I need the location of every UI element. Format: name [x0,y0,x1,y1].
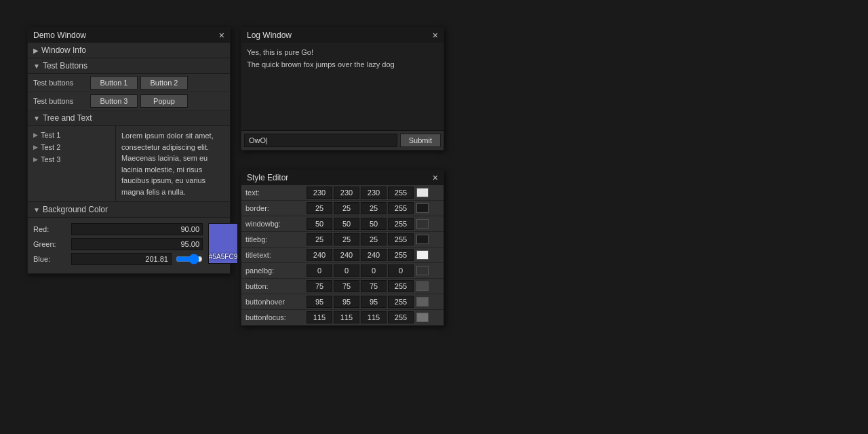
log-input-row: Submit [241,131,443,150]
test-buttons-row-1: Test buttons Button 1 Button 2 [28,74,230,92]
green-input[interactable] [71,238,203,250]
style-r-1[interactable] [307,202,332,214]
green-label: Green: [33,240,67,248]
style-label-2: windowbg: [245,220,307,228]
demo-window: Demo Window × ▶ Window Info ▼ Test Butto… [27,27,231,274]
style-row-5: panelbg: [241,263,443,279]
style-a-3[interactable] [388,233,414,245]
style-r-6[interactable] [307,280,332,292]
style-a-8[interactable] [388,311,414,323]
style-label-1: border: [245,204,307,212]
lorem-text: Lorem ipsum dolor sit amet, consectetur … [121,132,214,196]
background-color-content: Red: Green: Blue: #5A5FC9 [28,218,230,273]
style-row-8: buttonfocus: [241,310,443,326]
style-g-0[interactable] [334,186,359,199]
tree-panel: ▶ Test 1 ▶ Test 2 ▶ Test 3 [28,126,116,201]
style-g-6[interactable] [334,280,359,292]
button-2[interactable]: Button 2 [140,76,188,90]
style-label-4: titletext: [245,251,307,259]
style-r-2[interactable] [307,218,332,230]
style-swatch-6 [416,281,429,291]
button-3[interactable]: Button 3 [90,94,138,108]
tree-text-container: ▶ Test 1 ▶ Test 2 ▶ Test 3 Lorem ipsum d… [28,126,230,202]
style-g-3[interactable] [334,233,359,245]
style-a-7[interactable] [388,296,414,308]
log-window-close-button[interactable]: × [433,31,438,40]
style-b-1[interactable] [361,202,387,214]
test-buttons-label: Test Buttons [43,61,87,71]
style-row-7: buttonhover [241,294,443,310]
tree-item-test1-label: Test 1 [41,131,60,139]
style-swatch-2 [416,219,429,229]
style-a-4[interactable] [388,249,414,261]
style-r-8[interactable] [307,311,332,323]
test-buttons-content: Test buttons Button 1 Button 2 Test butt… [28,74,230,111]
style-a-2[interactable] [388,218,414,230]
submit-button[interactable]: Submit [400,134,441,147]
log-window: Log Window × Yes, this is pure Go! The q… [241,27,444,151]
style-b-0[interactable] [361,186,387,199]
test-buttons-header[interactable]: ▼ Test Buttons [28,58,230,74]
tree-item-test2-arrow-icon: ▶ [33,144,38,151]
log-window-title: Log Window [247,31,292,40]
style-a-0[interactable] [388,186,414,199]
demo-window-titlebar[interactable]: Demo Window × [28,28,230,43]
style-a-5[interactable] [388,264,414,277]
tree-item-test2[interactable]: ▶ Test 2 [28,141,115,153]
style-b-4[interactable] [361,249,387,261]
window-info-header[interactable]: ▶ Window Info [28,43,230,58]
style-b-2[interactable] [361,218,387,230]
red-row: Red: [33,223,203,235]
style-r-3[interactable] [307,233,332,245]
button-1[interactable]: Button 1 [90,76,138,90]
popup-button[interactable]: Popup [140,94,188,108]
style-r-5[interactable] [307,264,332,277]
style-swatch-1 [416,203,429,213]
tree-and-text-header[interactable]: ▼ Tree and Text [28,111,230,126]
tree-and-text-content: ▶ Test 1 ▶ Test 2 ▶ Test 3 Lorem ipsum d… [28,126,230,202]
window-info-label: Window Info [41,45,86,55]
background-color-header[interactable]: ▼ Background Color [28,202,230,218]
style-g-5[interactable] [334,264,359,277]
style-r-0[interactable] [307,186,332,199]
log-window-titlebar[interactable]: Log Window × [241,28,443,43]
color-swatch-area: Red: Green: Blue: #5A5FC9 [33,223,224,268]
style-a-6[interactable] [388,280,414,292]
style-g-2[interactable] [334,218,359,230]
style-editor-titlebar[interactable]: Style Editor × [241,170,443,185]
background-color-label: Background Color [43,205,108,214]
style-b-6[interactable] [361,280,387,292]
color-hex-value: #5A5FC9 [209,253,237,260]
style-row-3: titlebg: [241,232,443,248]
style-swatch-7 [416,297,429,307]
style-swatch-5 [416,266,429,275]
style-g-4[interactable] [334,249,359,261]
style-swatch-4 [416,250,429,260]
style-row-2: windowbg: [241,216,443,232]
style-b-7[interactable] [361,296,387,308]
demo-window-close-button[interactable]: × [219,31,224,40]
style-r-4[interactable] [307,249,332,261]
style-b-8[interactable] [361,311,387,323]
blue-slider[interactable] [176,254,203,264]
style-editor-close-button[interactable]: × [433,173,438,182]
tree-item-test3[interactable]: ▶ Test 3 [28,153,115,165]
style-editor-body: text: border: windowbg: titlebg: [241,185,443,326]
tree-item-test1[interactable]: ▶ Test 1 [28,129,115,141]
style-a-1[interactable] [388,202,414,214]
red-input[interactable] [71,223,203,235]
style-editor-window: Style Editor × text: border: windowbg: t… [241,170,444,326]
style-swatch-8 [416,313,429,322]
blue-input[interactable] [71,253,172,265]
style-b-3[interactable] [361,233,387,245]
style-g-7[interactable] [334,296,359,308]
tree-and-text-arrow-icon: ▼ [33,115,40,122]
log-text-input[interactable] [244,134,397,147]
style-g-1[interactable] [334,202,359,214]
tree-and-text-label: Tree and Text [43,113,92,123]
style-g-8[interactable] [334,311,359,323]
style-r-7[interactable] [307,296,332,308]
style-b-5[interactable] [361,264,387,277]
style-label-7: buttonhover [245,298,307,306]
test-buttons-arrow-icon: ▼ [33,62,40,70]
